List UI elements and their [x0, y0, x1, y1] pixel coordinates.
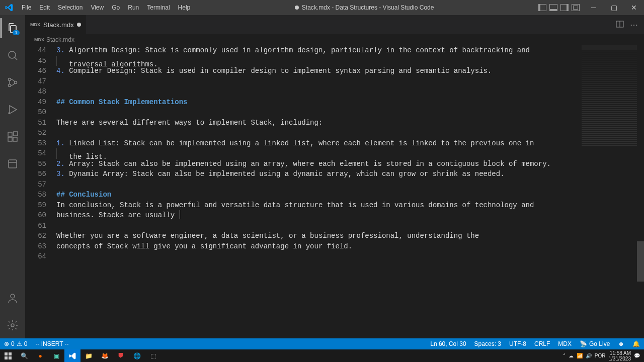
tab-stack-mdx[interactable]: MDX Stack.mdx — [25, 15, 87, 34]
menu-edit[interactable]: Edit — [35, 0, 54, 15]
explorer-icon[interactable]: 1 — [1, 18, 25, 38]
tray-sound-icon[interactable]: 🔊 — [586, 353, 592, 358]
svg-rect-13 — [5, 352, 8, 355]
taskbar-chrome[interactable]: 🌐 — [129, 349, 145, 362]
taskbar-app-3[interactable]: ⛊ — [113, 349, 129, 362]
svg-rect-7 — [13, 137, 17, 141]
tray-notifications-icon[interactable]: 💬 — [634, 353, 640, 358]
explorer-badge: 1 — [13, 30, 20, 35]
menu-file[interactable]: File — [18, 0, 35, 15]
svg-rect-5 — [8, 132, 12, 136]
warning-icon: ⚠ — [17, 340, 22, 347]
activity-bar: 1 — [0, 15, 25, 338]
more-actions-icon[interactable]: ⋯ — [630, 20, 638, 30]
status-problems[interactable]: ⊗0 ⚠0 — [0, 338, 31, 349]
status-eol[interactable]: CRLF — [530, 338, 554, 349]
tray-cloud-icon[interactable]: ☁ — [569, 353, 574, 358]
tray-wifi-icon[interactable]: 📶 — [577, 353, 583, 358]
system-tray[interactable]: ˄ ☁ 📶 🔊 POR 11:58 AM 1/31/2023 💬 — [563, 350, 644, 361]
svg-point-4 — [9, 113, 10, 114]
split-editor-icon[interactable] — [616, 20, 624, 30]
svg-point-1 — [9, 78, 11, 81]
tray-lang[interactable]: POR — [595, 353, 606, 358]
status-encoding[interactable]: UTF-8 — [505, 338, 530, 349]
other-view-icon[interactable] — [1, 154, 25, 174]
status-feedback-icon[interactable]: ☻ — [614, 338, 628, 349]
menu-selection[interactable]: Selection — [54, 0, 87, 15]
svg-point-2 — [9, 84, 11, 87]
breadcrumb[interactable]: MDX Stack.mdx — [25, 34, 644, 45]
code-content[interactable]: 3. Algorithm Design: Stack is commonly u… — [56, 45, 644, 338]
modified-dot-icon — [295, 6, 299, 10]
mdx-icon: MDX — [30, 22, 40, 27]
windows-taskbar: 🔍 ● ▣ 📁 🦊 ⛊ 🌐 ⬚ ˄ ☁ 📶 🔊 POR 11:58 AM 1/3… — [0, 349, 644, 362]
menu-go[interactable]: Go — [108, 0, 124, 15]
svg-rect-8 — [14, 132, 18, 136]
run-debug-icon[interactable] — [1, 100, 25, 120]
svg-point-3 — [15, 81, 17, 84]
taskbar-folder[interactable]: 📁 — [80, 349, 97, 362]
layout-controls[interactable] — [534, 4, 584, 11]
taskbar-app-1[interactable]: ● — [32, 349, 48, 362]
menu-run[interactable]: Run — [124, 0, 143, 15]
maximize-button[interactable]: ▢ — [604, 0, 624, 15]
svg-rect-15 — [5, 356, 8, 359]
antenna-icon: 📡 — [580, 340, 587, 347]
settings-icon[interactable] — [1, 315, 25, 335]
window-title: Stack.mdx - Data Structures - Visual Stu… — [194, 4, 534, 11]
taskbar-app-4[interactable]: ⬚ — [145, 349, 161, 362]
menu-view[interactable]: View — [87, 0, 108, 15]
tab-bar: MDX Stack.mdx ⋯ — [25, 15, 644, 34]
error-icon: ⊗ — [4, 340, 9, 347]
source-control-icon[interactable] — [1, 72, 25, 93]
main-menu: FileEditSelectionViewGoRunTerminalHelp — [18, 0, 194, 15]
editor-area: MDX Stack.mdx ⋯ MDX Stack.mdx 4445464748… — [25, 15, 644, 338]
scrollbar[interactable] — [637, 45, 644, 338]
svg-rect-6 — [8, 137, 12, 141]
status-language[interactable]: MDX — [554, 338, 576, 349]
taskbar-vscode[interactable] — [64, 349, 80, 362]
status-bell-icon[interactable]: 🔔 — [628, 338, 644, 349]
status-bar: ⊗0 ⚠0 -- INSERT -- Ln 60, Col 30 Spaces:… — [0, 338, 644, 349]
close-button[interactable]: ✕ — [624, 0, 644, 15]
search-taskbar-icon[interactable]: 🔍 — [16, 349, 32, 362]
status-line-col[interactable]: Ln 60, Col 30 — [426, 338, 470, 349]
tray-chevron-icon[interactable]: ˄ — [563, 353, 566, 358]
status-vim-mode: -- INSERT -- — [31, 338, 72, 349]
line-number-gutter: 4445464748495051525354555657585960616263… — [25, 45, 56, 338]
modified-indicator-icon — [77, 23, 81, 27]
tab-label: Stack.mdx — [43, 21, 74, 29]
taskbar-firefox[interactable]: 🦊 — [97, 349, 113, 362]
tray-clock[interactable]: 11:58 AM 1/31/2023 — [609, 350, 631, 361]
window-title-text: Stack.mdx - Data Structures - Visual Stu… — [302, 4, 434, 11]
start-button[interactable] — [0, 349, 16, 362]
status-go-live[interactable]: 📡Go Live — [576, 338, 614, 349]
menu-terminal[interactable]: Terminal — [143, 0, 174, 15]
svg-point-11 — [11, 324, 14, 327]
code-editor[interactable]: 4445464748495051525354555657585960616263… — [25, 45, 644, 338]
svg-point-0 — [9, 51, 16, 58]
svg-rect-16 — [9, 356, 12, 359]
vscode-logo — [0, 4, 18, 12]
extensions-icon[interactable] — [1, 127, 25, 147]
breadcrumb-file: Stack.mdx — [46, 36, 74, 43]
svg-rect-14 — [9, 352, 12, 355]
accounts-icon[interactable] — [1, 288, 25, 308]
svg-rect-9 — [9, 160, 17, 168]
mdx-icon: MDX — [34, 37, 44, 42]
minimize-button[interactable]: ─ — [584, 0, 604, 15]
svg-point-10 — [11, 294, 15, 298]
scrollbar-thumb[interactable] — [637, 241, 644, 282]
menu-help[interactable]: Help — [174, 0, 195, 15]
window-controls: ─ ▢ ✕ — [584, 0, 644, 15]
taskbar-app-2[interactable]: ▣ — [48, 349, 64, 362]
title-bar: FileEditSelectionViewGoRunTerminalHelp S… — [0, 0, 644, 15]
status-spaces[interactable]: Spaces: 3 — [470, 338, 505, 349]
search-icon[interactable] — [1, 45, 25, 65]
